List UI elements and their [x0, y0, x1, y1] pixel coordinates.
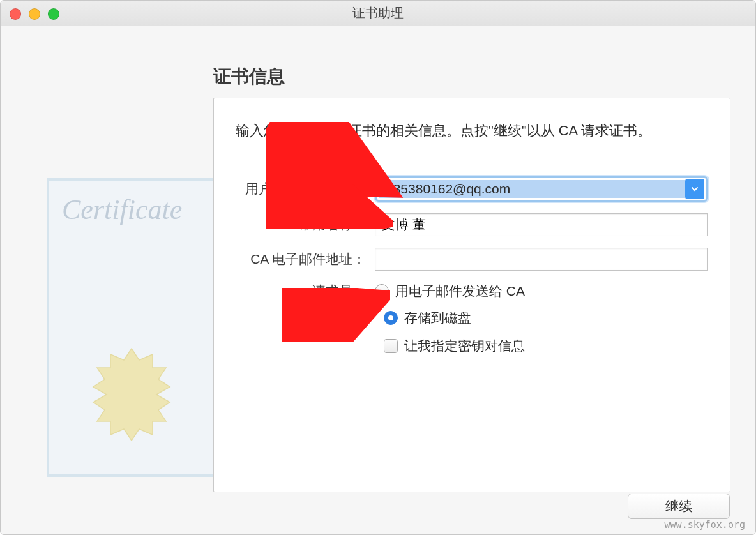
ca-email-input[interactable]: [375, 248, 708, 271]
common-name-input[interactable]: [375, 213, 708, 236]
checkbox-specify-keypair[interactable]: 让我指定密钥对信息: [384, 337, 708, 355]
checkbox-specify-keypair-label: 让我指定密钥对信息: [404, 337, 525, 355]
titlebar: 证书助理: [1, 1, 755, 26]
user-email-value: 935380162@qq.com: [379, 180, 685, 198]
label-ca-email: CA 电子邮件地址：: [236, 250, 375, 268]
form-panel: 输入您正在请求的证书的相关信息。点按"继续"以从 CA 请求证书。 用户电子邮件…: [213, 98, 730, 492]
radio-save-disk[interactable]: 存储到磁盘: [384, 309, 708, 327]
content-area: Certificate 证书信息 输入您正在请求的证书的相关信息。点按"继续"以…: [1, 26, 755, 534]
user-email-combobox[interactable]: 935380162@qq.com: [375, 176, 708, 202]
window-title: 证书助理: [352, 4, 404, 22]
label-user-email: 用户电子邮件地址：: [236, 180, 375, 198]
maximize-window-button[interactable]: [48, 8, 59, 20]
certificate-seal-icon: [84, 347, 179, 442]
radio-save-disk-button[interactable]: [384, 311, 398, 325]
certificate-illustration: Certificate: [47, 178, 216, 477]
section-title: 证书信息: [213, 64, 285, 89]
dropdown-arrow-icon[interactable]: [685, 179, 704, 199]
row-request: 请求是： 用电子邮件发送给 CA: [236, 282, 708, 300]
row-user-email: 用户电子邮件地址： 935380162@qq.com: [236, 176, 708, 202]
options-block: 存储到磁盘 让我指定密钥对信息: [384, 309, 708, 355]
watermark-text: www.skyfox.org: [665, 519, 745, 531]
checkbox-specify-keypair-box[interactable]: [384, 339, 398, 353]
traffic-lights: [10, 8, 59, 20]
label-common-name: 常用名称：: [236, 216, 375, 234]
window-root: 证书助理 Certificate 证书信息 输入您正在请求的证书的相关信息。点按…: [0, 0, 756, 535]
close-window-button[interactable]: [10, 8, 21, 20]
radio-email-ca-label: 用电子邮件发送给 CA: [395, 282, 525, 300]
svg-marker-0: [93, 349, 170, 441]
certificate-script-text: Certificate: [62, 193, 201, 226]
row-common-name: 常用名称：: [236, 213, 708, 236]
instruction-text: 输入您正在请求的证书的相关信息。点按"继续"以从 CA 请求证书。: [236, 121, 708, 140]
radio-save-disk-label: 存储到磁盘: [404, 309, 471, 327]
label-request: 请求是：: [236, 282, 375, 300]
radio-email-ca[interactable]: 用电子邮件发送给 CA: [375, 282, 525, 300]
radio-email-ca-button[interactable]: [375, 284, 389, 298]
minimize-window-button[interactable]: [29, 8, 40, 20]
continue-button[interactable]: 继续: [628, 494, 730, 519]
row-ca-email: CA 电子邮件地址：: [236, 248, 708, 271]
